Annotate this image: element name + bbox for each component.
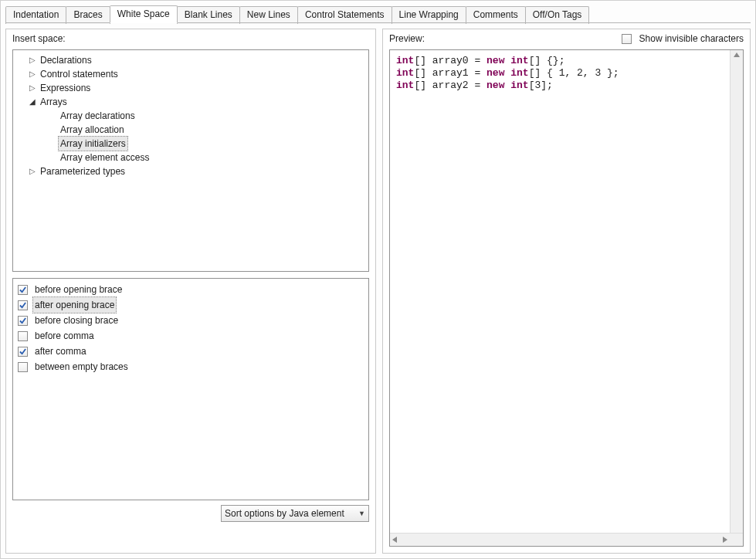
tab-control-statements[interactable]: Control Statements <box>297 6 392 24</box>
tree-item[interactable]: ◢Arrays <box>16 95 365 109</box>
option-checkbox[interactable] <box>18 285 28 295</box>
option-row[interactable]: after comma <box>16 344 365 359</box>
tree-collapsed-icon[interactable]: ▷ <box>27 67 38 81</box>
tab-white-space[interactable]: White Space <box>110 5 178 23</box>
option-row[interactable]: before opening brace <box>16 282 365 297</box>
sort-options-label: Sort options by Java element <box>225 508 344 519</box>
category-tree: ▷Declarations▷Control statements▷Express… <box>13 50 368 181</box>
option-row[interactable]: between empty braces <box>16 359 365 374</box>
tab-indentation[interactable]: Indentation <box>5 6 66 24</box>
chevron-down-icon: ▼ <box>358 510 365 517</box>
right-panel: Preview: Show invisible characters int[]… <box>382 29 751 554</box>
option-label: between empty braces <box>32 359 131 374</box>
tree-item-label: Parameterized types <box>38 164 127 178</box>
tab-blank-lines[interactable]: Blank Lines <box>177 6 240 24</box>
tree-item[interactable]: ▷Control statements <box>16 67 365 81</box>
tree-collapsed-icon[interactable]: ▷ <box>27 53 38 67</box>
tree-item-label: Expressions <box>38 81 93 95</box>
show-invisible-toggle[interactable]: Show invisible characters <box>622 33 744 44</box>
options-list: before opening braceafter opening braceb… <box>13 279 368 378</box>
tree-item-label: Array element access <box>58 151 151 164</box>
tree-item-label: Arrays <box>38 95 69 109</box>
tree-item[interactable]: Array declarations <box>16 109 365 123</box>
tree-item[interactable]: Array initializers <box>16 137 365 151</box>
tree-item-label: Array initializers <box>58 136 128 151</box>
tree-item[interactable]: Array element access <box>16 151 365 164</box>
vertical-scrollbar[interactable] <box>730 50 743 533</box>
tree-item[interactable]: Array allocation <box>16 123 365 137</box>
tree-item-label: Control statements <box>38 67 120 81</box>
preview-label: Preview: <box>389 33 425 44</box>
tree-collapsed-icon[interactable]: ▷ <box>27 81 38 95</box>
code-text: int[] array0 = new int[] {};int[] array1… <box>390 50 743 97</box>
option-row[interactable]: after opening brace <box>16 297 365 313</box>
tab-comments[interactable]: Comments <box>466 6 526 24</box>
option-label: before comma <box>32 328 97 344</box>
content-area: Insert space: ▷Declarations▷Control stat… <box>1 24 755 558</box>
option-checkbox[interactable] <box>18 362 28 372</box>
tree-item[interactable]: ▷Expressions <box>16 81 365 95</box>
left-panel: Insert space: ▷Declarations▷Control stat… <box>5 29 376 554</box>
option-checkbox[interactable] <box>18 331 28 341</box>
tree-item-label: Declarations <box>38 53 94 67</box>
tab-off-on-tags[interactable]: Off/On Tags <box>525 6 590 24</box>
show-invisible-checkbox[interactable] <box>622 34 632 44</box>
horizontal-scrollbar[interactable] <box>390 533 743 546</box>
code-preview[interactable]: int[] array0 = new int[] {};int[] array1… <box>389 49 744 547</box>
option-label: before opening brace <box>32 282 124 297</box>
tree-container[interactable]: ▷Declarations▷Control statements▷Express… <box>12 49 369 272</box>
tree-collapsed-icon[interactable]: ▷ <box>27 164 38 178</box>
tree-item-label: Array allocation <box>58 123 127 137</box>
option-label: after opening brace <box>32 296 117 313</box>
tab-new-lines[interactable]: New Lines <box>239 6 298 24</box>
tab-line-wrapping[interactable]: Line Wrapping <box>392 6 466 24</box>
left-panel-header: Insert space: <box>6 29 375 46</box>
option-checkbox[interactable] <box>18 300 28 310</box>
tab-bar: IndentationBracesWhite SpaceBlank LinesN… <box>1 1 755 23</box>
tree-item[interactable]: ▷Parameterized types <box>16 164 365 178</box>
sort-options-dropdown[interactable]: Sort options by Java element ▼ <box>221 505 369 522</box>
tree-item[interactable]: ▷Declarations <box>16 53 365 67</box>
tree-item-label: Array declarations <box>58 109 137 123</box>
bottom-bar: Sort options by Java element ▼ <box>12 505 369 522</box>
option-row[interactable]: before comma <box>16 328 365 344</box>
show-invisible-label: Show invisible characters <box>639 33 744 44</box>
tree-expanded-icon[interactable]: ◢ <box>27 95 38 109</box>
options-container[interactable]: before opening braceafter opening braceb… <box>12 278 369 500</box>
option-row[interactable]: before closing brace <box>16 313 365 328</box>
tab-braces[interactable]: Braces <box>66 6 110 24</box>
option-label: after comma <box>32 344 89 359</box>
option-label: before closing brace <box>32 313 120 328</box>
insert-space-label: Insert space: <box>12 33 66 44</box>
preview-header: Preview: Show invisible characters <box>383 29 750 46</box>
option-checkbox[interactable] <box>18 347 28 357</box>
option-checkbox[interactable] <box>18 316 28 326</box>
